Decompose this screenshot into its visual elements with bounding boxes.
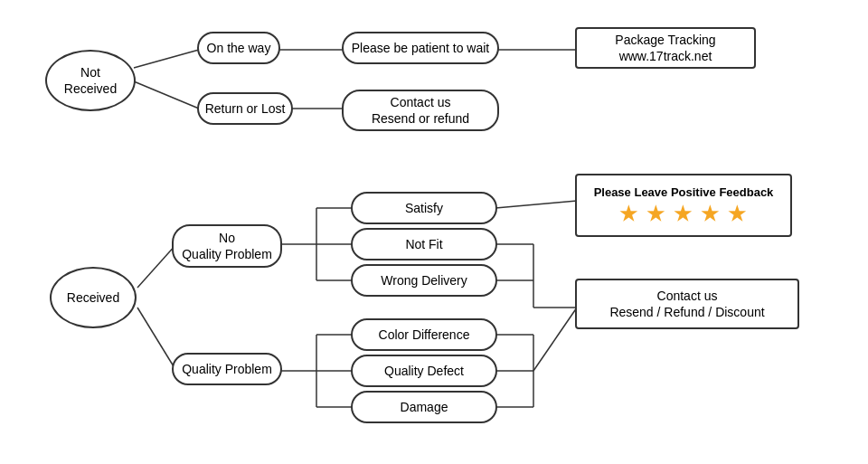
no-quality-problem-label: NoQuality Problem <box>182 230 272 262</box>
wrong-delivery-node: Wrong Delivery <box>351 264 497 297</box>
svg-line-1 <box>134 81 199 109</box>
on-the-way-node: On the way <box>197 32 280 64</box>
quality-defect-node: Quality Defect <box>351 355 497 387</box>
package-tracking-node: Package Trackingwww.17track.net <box>575 27 756 69</box>
satisfy-node: Satisfy <box>351 192 497 224</box>
stars-label: ★ ★ ★ ★ ★ <box>619 203 748 226</box>
svg-line-26 <box>533 308 577 371</box>
return-lost-label: Return or Lost <box>205 100 286 117</box>
on-the-way-label: On the way <box>207 40 271 56</box>
quality-problem-label: Quality Problem <box>182 361 272 377</box>
contact-resend-refund-node: Contact usResend or refund <box>342 90 499 131</box>
svg-line-6 <box>137 308 176 371</box>
please-be-patient-node: Please be patient to wait <box>342 32 499 64</box>
please-leave-feedback-node: Please Leave Positive Feedback ★ ★ ★ ★ ★ <box>575 174 792 237</box>
please-be-patient-label: Please be patient to wait <box>352 40 490 56</box>
not-received-label: NotReceived <box>64 64 117 97</box>
svg-line-5 <box>137 244 176 288</box>
quality-problem-node: Quality Problem <box>172 353 282 385</box>
color-difference-node: Color Difference <box>351 318 497 351</box>
received-node: Received <box>50 267 137 328</box>
damage-node: Damage <box>351 391 497 423</box>
contact-resend-refund-label: Contact usResend or refund <box>372 94 469 127</box>
not-received-node: NotReceived <box>45 50 136 111</box>
not-fit-label: Not Fit <box>405 236 442 252</box>
satisfy-label: Satisfy <box>405 200 443 216</box>
contact-resend-refund-discount-node: Contact usResend / Refund / Discount <box>575 279 799 329</box>
no-quality-problem-node: NoQuality Problem <box>172 224 282 268</box>
not-fit-node: Not Fit <box>351 228 497 260</box>
contact-resend-refund-discount-label: Contact usResend / Refund / Discount <box>609 288 764 320</box>
wrong-delivery-label: Wrong Delivery <box>381 272 467 289</box>
quality-defect-label: Quality Defect <box>384 363 464 379</box>
svg-line-0 <box>134 50 199 68</box>
svg-line-17 <box>495 201 577 208</box>
please-leave-feedback-label: Please Leave Positive Feedback <box>594 185 774 199</box>
diagram: NotReceived On the way Return or Lost Pl… <box>0 0 868 464</box>
return-lost-node: Return or Lost <box>197 92 293 125</box>
package-tracking-label: Package Trackingwww.17track.net <box>615 32 715 64</box>
received-label: Received <box>67 289 119 306</box>
color-difference-label: Color Difference <box>379 327 470 343</box>
damage-label: Damage <box>401 399 448 415</box>
